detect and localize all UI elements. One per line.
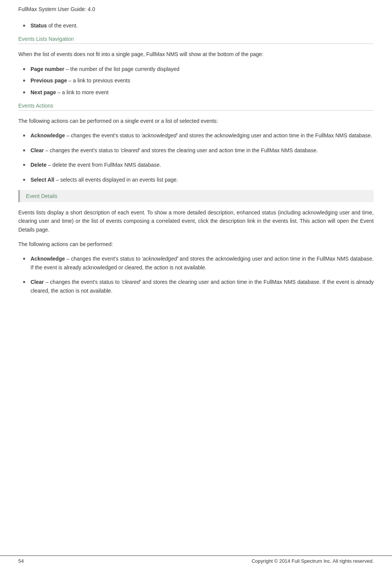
page-title: FullMax System User Guide: 4.0 [18, 6, 374, 12]
event-details-box: Event Details [18, 190, 374, 202]
event-details-paragraph1: Events lists display a short description… [18, 208, 374, 234]
list-item: Clear – changes the event's status to 'c… [18, 146, 374, 155]
list-item-text: Page number – the number of the list pag… [31, 65, 180, 73]
nav-bullet-list: Page number – the number of the list pag… [18, 65, 374, 97]
list-item-text: Previous page – a link to previous event… [31, 76, 130, 85]
bold-term: Clear [31, 147, 44, 153]
list-item-text: Acknowledge – changes the event's status… [31, 131, 372, 140]
bold-term: Clear [31, 279, 44, 285]
event-details-bullet-list: Acknowledge – changes the event's status… [18, 254, 374, 295]
copyright-text: Copyright © 2014 Full Spectrum Inc. All … [252, 558, 374, 564]
list-item: Select All – selects all events displaye… [18, 176, 374, 184]
section-divider-actions [18, 110, 374, 111]
list-item: Previous page – a link to previous event… [18, 76, 374, 85]
list-item: Delete – delete the event from FullMax N… [18, 161, 374, 169]
footer: 54 Copyright © 2014 Full Spectrum Inc. A… [0, 556, 392, 564]
bold-term: Select All [31, 177, 55, 183]
bold-term: Delete [31, 162, 47, 168]
list-item: Acknowledge – changes the event's status… [18, 254, 374, 272]
page-number: 54 [18, 558, 24, 564]
section-heading-actions: Events Actions [18, 103, 374, 109]
section-divider [18, 43, 374, 44]
section-heading-nav: Events Lists Navigation [18, 36, 374, 42]
actions-intro-paragraph: The following actions can be performed o… [18, 117, 374, 125]
actions-bullet-list: Acknowledge – changes the event's status… [18, 131, 374, 184]
bold-term: Previous page [31, 77, 67, 84]
event-details-heading: Event Details [26, 193, 368, 199]
bold-term: Next page [31, 89, 56, 95]
list-item-text: Acknowledge – changes the event's status… [31, 254, 374, 272]
list-item-text: Delete – delete the event from FullMax N… [31, 161, 161, 169]
list-item: Page number – the number of the list pag… [18, 65, 374, 73]
list-item-text: Clear – changes the event's status to 'c… [31, 278, 374, 295]
list-item-text: Status of the event. [31, 21, 78, 30]
nav-intro-paragraph: When the list of events does not fit int… [18, 50, 374, 58]
list-item-text: Select All – selects all events displaye… [31, 176, 178, 184]
list-item: Status of the event. [18, 21, 374, 30]
list-item-text: Clear – changes the event's status to 'c… [31, 146, 318, 155]
page-wrapper: FullMax System User Guide: 4.0 Status of… [0, 0, 392, 570]
bold-term: Acknowledge [31, 256, 65, 262]
list-item-text: Next page – a link to more event [31, 88, 109, 97]
event-details-paragraph2: The following actions can be performed: [18, 240, 374, 248]
list-item: Acknowledge – changes the event's status… [18, 131, 374, 140]
list-item: Next page – a link to more event [18, 88, 374, 97]
bold-term: Page number [31, 66, 64, 72]
bold-term: Status [31, 23, 47, 29]
bold-term: Acknowledge [31, 132, 65, 138]
list-item: Clear – changes the event's status to 'c… [18, 278, 374, 295]
status-bullet-list: Status of the event. [18, 21, 374, 30]
